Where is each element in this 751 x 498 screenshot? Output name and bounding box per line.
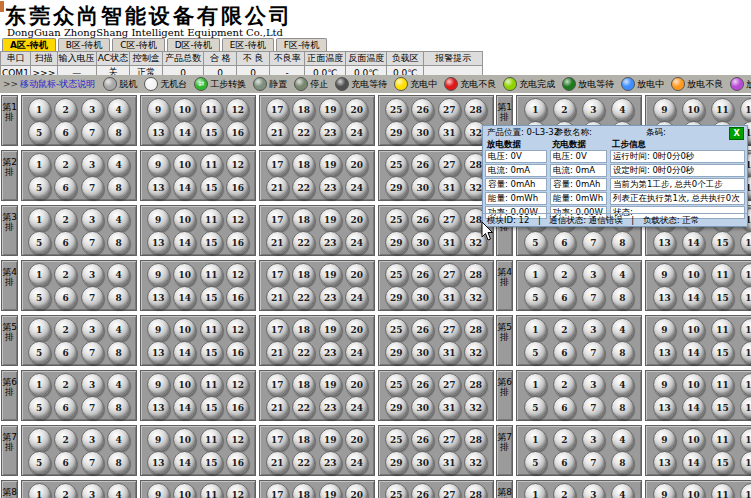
channel-button[interactable]: 28 bbox=[464, 373, 487, 396]
channel-button[interactable]: 9 bbox=[147, 153, 170, 176]
channel-button[interactable]: 13 bbox=[147, 176, 170, 199]
channel-button[interactable]: 25 bbox=[385, 428, 408, 451]
channel-button[interactable]: 2 bbox=[54, 318, 77, 341]
channel-button[interactable]: 18 bbox=[292, 98, 315, 121]
channel-button[interactable]: 8 bbox=[611, 396, 634, 419]
channel-button[interactable]: 6 bbox=[54, 286, 77, 309]
channel-button[interactable]: 16 bbox=[226, 231, 249, 254]
channel-button[interactable]: 8 bbox=[611, 451, 634, 474]
channel-button[interactable]: 19 bbox=[319, 318, 342, 341]
channel-button[interactable]: 14 bbox=[173, 176, 196, 199]
channel-button[interactable]: 19 bbox=[319, 483, 342, 498]
channel-button[interactable]: 7 bbox=[81, 396, 104, 419]
channel-button[interactable]: 1 bbox=[524, 373, 547, 396]
channel-button[interactable]: 9 bbox=[147, 373, 170, 396]
channel-button[interactable]: 20 bbox=[345, 483, 368, 498]
channel-button[interactable]: 24 bbox=[345, 451, 368, 474]
channel-button[interactable]: 2 bbox=[54, 263, 77, 286]
channel-button[interactable]: 27 bbox=[438, 428, 461, 451]
channel-button[interactable]: 2 bbox=[54, 428, 77, 451]
popup-close-button[interactable]: X bbox=[729, 127, 744, 140]
channel-button[interactable]: 14 bbox=[173, 396, 196, 419]
channel-button[interactable]: 27 bbox=[438, 208, 461, 231]
channel-button[interactable]: 14 bbox=[173, 451, 196, 474]
channel-button[interactable]: 9 bbox=[147, 483, 170, 498]
channel-button[interactable]: 31 bbox=[438, 121, 461, 144]
channel-button[interactable]: 10 bbox=[682, 98, 705, 121]
channel-button[interactable]: 26 bbox=[411, 373, 434, 396]
channel-button[interactable]: 9 bbox=[653, 318, 676, 341]
channel-button[interactable]: 16 bbox=[740, 286, 751, 309]
channel-button[interactable]: 10 bbox=[173, 483, 196, 498]
channel-button[interactable]: 26 bbox=[411, 318, 434, 341]
channel-button[interactable]: 3 bbox=[582, 98, 605, 121]
channel-button[interactable]: 10 bbox=[682, 428, 705, 451]
channel-button[interactable]: 30 bbox=[411, 396, 434, 419]
channel-button[interactable]: 5 bbox=[28, 451, 51, 474]
channel-button[interactable]: 5 bbox=[524, 341, 547, 364]
channel-button[interactable]: 12 bbox=[226, 153, 249, 176]
channel-button[interactable]: 13 bbox=[147, 341, 170, 364]
channel-button[interactable]: 25 bbox=[385, 153, 408, 176]
tab-zone-0[interactable]: A区-待机 bbox=[2, 38, 56, 51]
channel-button[interactable]: 8 bbox=[107, 341, 130, 364]
channel-button[interactable]: 8 bbox=[107, 396, 130, 419]
channel-button[interactable]: 8 bbox=[107, 176, 130, 199]
channel-button[interactable]: 11 bbox=[200, 483, 223, 498]
channel-button[interactable]: 2 bbox=[54, 98, 77, 121]
channel-button[interactable]: 10 bbox=[173, 153, 196, 176]
channel-button[interactable]: 1 bbox=[28, 428, 51, 451]
channel-button[interactable]: 8 bbox=[611, 341, 634, 364]
channel-button[interactable]: 26 bbox=[411, 208, 434, 231]
channel-button[interactable]: 31 bbox=[438, 451, 461, 474]
channel-button[interactable]: 2 bbox=[54, 208, 77, 231]
channel-button[interactable]: 16 bbox=[226, 176, 249, 199]
channel-button[interactable]: 5 bbox=[524, 396, 547, 419]
channel-button[interactable]: 17 bbox=[266, 153, 289, 176]
channel-button[interactable]: 1 bbox=[524, 428, 547, 451]
channel-button[interactable]: 23 bbox=[319, 176, 342, 199]
channel-button[interactable]: 11 bbox=[711, 318, 734, 341]
channel-button[interactable]: 6 bbox=[54, 176, 77, 199]
channel-button[interactable]: 5 bbox=[28, 176, 51, 199]
channel-button[interactable]: 12 bbox=[226, 263, 249, 286]
tab-zone-3[interactable]: D区-待机 bbox=[167, 38, 220, 51]
channel-button[interactable]: 21 bbox=[266, 451, 289, 474]
channel-button[interactable]: 1 bbox=[524, 483, 547, 498]
channel-button[interactable]: 15 bbox=[200, 121, 223, 144]
channel-button[interactable]: 23 bbox=[319, 286, 342, 309]
channel-button[interactable]: 3 bbox=[582, 483, 605, 498]
channel-button[interactable]: 8 bbox=[107, 451, 130, 474]
channel-button[interactable]: 2 bbox=[553, 318, 576, 341]
channel-button[interactable]: 17 bbox=[266, 98, 289, 121]
channel-button[interactable]: 4 bbox=[107, 98, 130, 121]
channel-button[interactable]: 10 bbox=[173, 208, 196, 231]
channel-button[interactable]: 25 bbox=[385, 98, 408, 121]
channel-button[interactable]: 2 bbox=[553, 98, 576, 121]
channel-button[interactable]: 32 bbox=[464, 341, 487, 364]
channel-button[interactable]: 15 bbox=[711, 396, 734, 419]
channel-button[interactable]: 29 bbox=[385, 121, 408, 144]
channel-button[interactable]: 11 bbox=[711, 483, 734, 498]
channel-button[interactable]: 11 bbox=[711, 428, 734, 451]
channel-button[interactable]: 20 bbox=[345, 263, 368, 286]
channel-button[interactable]: 26 bbox=[411, 483, 434, 498]
channel-button[interactable]: 1 bbox=[28, 373, 51, 396]
channel-button[interactable]: 17 bbox=[266, 483, 289, 498]
channel-button[interactable]: 4 bbox=[611, 318, 634, 341]
tab-zone-2[interactable]: C区-待机 bbox=[112, 38, 165, 51]
channel-button[interactable]: 29 bbox=[385, 231, 408, 254]
channel-button[interactable]: 14 bbox=[682, 231, 705, 254]
channel-button[interactable]: 20 bbox=[345, 98, 368, 121]
channel-button[interactable]: 17 bbox=[266, 263, 289, 286]
channel-button[interactable]: 19 bbox=[319, 373, 342, 396]
channel-button[interactable]: 23 bbox=[319, 121, 342, 144]
channel-button[interactable]: 24 bbox=[345, 396, 368, 419]
channel-button[interactable]: 4 bbox=[611, 98, 634, 121]
channel-button[interactable]: 26 bbox=[411, 263, 434, 286]
channel-button[interactable]: 7 bbox=[81, 121, 104, 144]
channel-button[interactable]: 22 bbox=[292, 396, 315, 419]
channel-button[interactable]: 10 bbox=[682, 373, 705, 396]
channel-button[interactable]: 21 bbox=[266, 231, 289, 254]
channel-button[interactable]: 24 bbox=[345, 286, 368, 309]
